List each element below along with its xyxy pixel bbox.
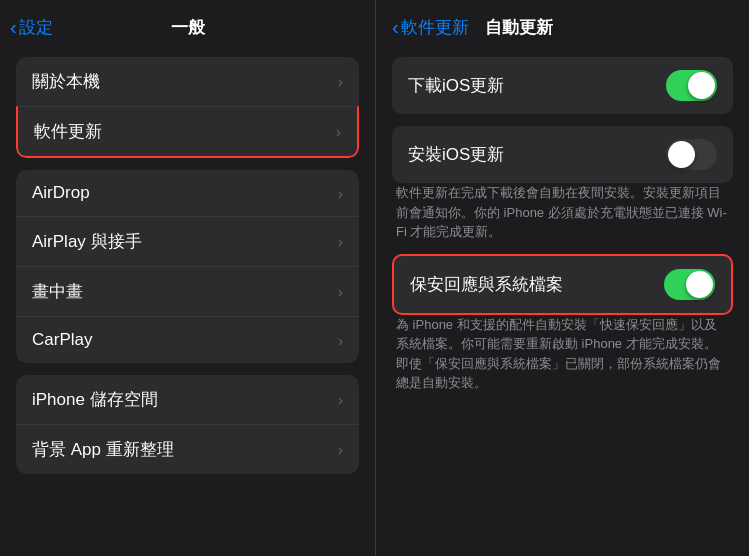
chevron-right-icon-bg: ›	[338, 441, 343, 458]
security-response-toggle[interactable]	[664, 269, 715, 300]
right-header: ‹ 軟件更新 自動更新	[376, 0, 749, 49]
pip-label: 畫中畫	[32, 280, 83, 303]
toggle-knob-security	[686, 271, 713, 298]
section-connectivity: AirDrop › AirPlay 與接手 › 畫中畫 › CarPlay ›	[16, 170, 359, 363]
left-content: 關於本機 › 軟件更新 › AirDrop › AirPlay 與接手 ›	[0, 49, 375, 556]
toggle-knob-download	[688, 72, 715, 99]
left-panel-title: 一般	[171, 16, 205, 39]
section-connectivity-group: AirDrop › AirPlay 與接手 › 畫中畫 › CarPlay ›	[16, 170, 359, 363]
security-response-row: 保安回應與系統檔案	[392, 254, 733, 315]
right-panel-title: 自動更新	[485, 16, 553, 39]
chevron-left-icon: ‹	[10, 16, 17, 39]
install-ios-toggle[interactable]	[666, 139, 717, 170]
install-ios-description: 軟件更新在完成下載後會自動在夜間安裝。安裝更新項目前會通知你。你的 iPhone…	[392, 183, 733, 242]
section-system-group: 關於本機 › 軟件更新 ›	[16, 57, 359, 158]
section-storage: iPhone 儲存空間 › 背景 App 重新整理 ›	[16, 375, 359, 474]
toggle-knob-install	[668, 141, 695, 168]
download-ios-row: 下載iOS更新	[392, 57, 733, 114]
download-ios-label: 下載iOS更新	[408, 74, 504, 97]
install-ios-section: 安裝iOS更新 軟件更新在完成下載後會自動在夜間安裝。安裝更新項目前會通知你。你…	[392, 126, 733, 242]
download-ios-toggle[interactable]	[666, 70, 717, 101]
list-item-iphone-storage[interactable]: iPhone 儲存空間 ›	[16, 375, 359, 424]
background-app-label: 背景 App 重新整理	[32, 438, 174, 461]
list-item-airplay[interactable]: AirPlay 與接手 ›	[16, 216, 359, 266]
security-response-label: 保安回應與系統檔案	[410, 273, 563, 296]
list-item-about[interactable]: 關於本機 ›	[16, 57, 359, 106]
left-header: ‹ 設定 一般	[0, 0, 375, 49]
list-item-airdrop[interactable]: AirDrop ›	[16, 170, 359, 216]
section-storage-group: iPhone 儲存空間 › 背景 App 重新整理 ›	[16, 375, 359, 474]
carplay-label: CarPlay	[32, 330, 92, 350]
right-panel: ‹ 軟件更新 自動更新 下載iOS更新 安裝iOS更新 軟件更新在完成下載後會自…	[375, 0, 749, 556]
software-update-label: 軟件更新	[34, 120, 102, 143]
back-label-right: 軟件更新	[401, 16, 469, 39]
chevron-right-icon-carplay: ›	[338, 332, 343, 349]
chevron-right-icon-pip: ›	[338, 283, 343, 300]
install-ios-label: 安裝iOS更新	[408, 143, 504, 166]
security-response-description: 為 iPhone 和支援的配件自動安裝「快速保安回應」以及系統檔案。你可能需要重…	[392, 315, 733, 393]
chevron-right-icon-storage: ›	[338, 391, 343, 408]
install-ios-row: 安裝iOS更新	[392, 126, 733, 183]
airplay-label: AirPlay 與接手	[32, 230, 142, 253]
list-item-carplay[interactable]: CarPlay ›	[16, 316, 359, 363]
list-item-background-app[interactable]: 背景 App 重新整理 ›	[16, 424, 359, 474]
right-content: 下載iOS更新 安裝iOS更新 軟件更新在完成下載後會自動在夜間安裝。安裝更新項…	[376, 49, 749, 556]
chevron-right-icon-about: ›	[338, 73, 343, 90]
security-response-section: 保安回應與系統檔案 為 iPhone 和支援的配件自動安裝「快速保安回應」以及系…	[392, 254, 733, 393]
back-label-left: 設定	[19, 16, 53, 39]
chevron-right-icon-airplay: ›	[338, 233, 343, 250]
back-button-left[interactable]: ‹ 設定	[10, 16, 53, 39]
left-panel: ‹ 設定 一般 關於本機 › 軟件更新 › AirDrop	[0, 0, 375, 556]
chevron-right-icon-airdrop: ›	[338, 185, 343, 202]
list-item-pip[interactable]: 畫中畫 ›	[16, 266, 359, 316]
back-button-right[interactable]: ‹ 軟件更新	[392, 16, 469, 39]
section-system: 關於本機 › 軟件更新 ›	[16, 57, 359, 158]
iphone-storage-label: iPhone 儲存空間	[32, 388, 158, 411]
about-label: 關於本機	[32, 70, 100, 93]
airdrop-label: AirDrop	[32, 183, 90, 203]
list-item-software-update[interactable]: 軟件更新 ›	[16, 106, 359, 158]
chevron-right-icon-sw: ›	[336, 123, 341, 140]
chevron-left-icon-right: ‹	[392, 16, 399, 39]
